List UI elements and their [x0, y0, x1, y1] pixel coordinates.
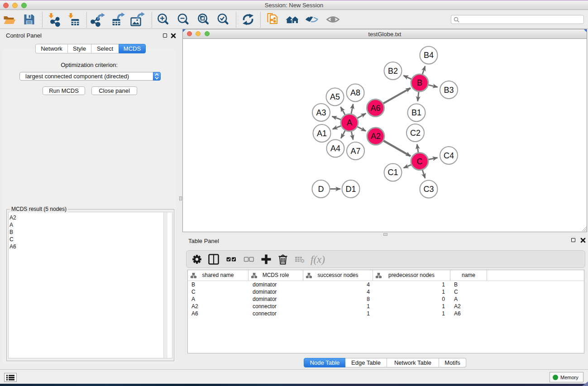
- svg-text:C2: C2: [410, 129, 421, 138]
- svg-text:A2: A2: [371, 132, 381, 141]
- svg-text:A7: A7: [350, 147, 360, 156]
- svg-text:f(x): f(x): [311, 254, 325, 265]
- svg-text:C4: C4: [444, 151, 454, 160]
- svg-text:C1: C1: [387, 168, 398, 177]
- svg-text:A8: A8: [350, 88, 360, 97]
- svg-text:B2: B2: [388, 67, 398, 76]
- svg-text:B: B: [417, 78, 422, 87]
- svg-text:A: A: [347, 118, 352, 127]
- svg-text:B1: B1: [411, 108, 421, 117]
- svg-text:D1: D1: [345, 185, 356, 194]
- svg-text:A5: A5: [330, 92, 340, 101]
- svg-text:C: C: [417, 157, 423, 166]
- svg-text:A1: A1: [317, 129, 327, 138]
- svg-text:B3: B3: [444, 86, 454, 95]
- svg-text:B4: B4: [424, 51, 434, 60]
- svg-text:A6: A6: [370, 104, 380, 113]
- svg-text:D: D: [318, 185, 324, 194]
- svg-text:A3: A3: [316, 108, 326, 117]
- svg-text:C3: C3: [423, 185, 434, 194]
- svg-text:A4: A4: [330, 144, 340, 153]
